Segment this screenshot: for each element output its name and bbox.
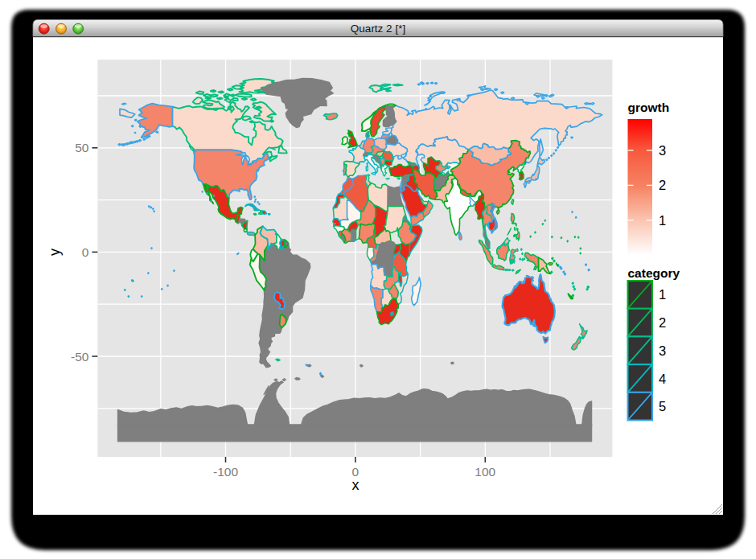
svg-text:100: 100 bbox=[475, 465, 495, 479]
svg-text:5: 5 bbox=[659, 399, 666, 413]
svg-text:category: category bbox=[628, 266, 680, 280]
svg-text:3: 3 bbox=[659, 343, 666, 358]
svg-text:4: 4 bbox=[659, 372, 666, 386]
svg-text:50: 50 bbox=[75, 141, 89, 154]
svg-text:1: 1 bbox=[659, 287, 666, 302]
svg-text:2: 2 bbox=[659, 315, 666, 330]
svg-text:2: 2 bbox=[659, 178, 666, 192]
svg-text:-100: -100 bbox=[213, 465, 238, 479]
svg-text:x: x bbox=[351, 477, 359, 493]
svg-text:0: 0 bbox=[82, 245, 89, 259]
svg-text:1: 1 bbox=[659, 213, 666, 228]
svg-text:Quartz 2 [*]: Quartz 2 [*] bbox=[351, 23, 405, 35]
svg-text:-50: -50 bbox=[71, 350, 89, 364]
svg-text:y: y bbox=[47, 249, 63, 256]
svg-text:3: 3 bbox=[659, 143, 666, 158]
svg-text:growth: growth bbox=[628, 101, 670, 114]
